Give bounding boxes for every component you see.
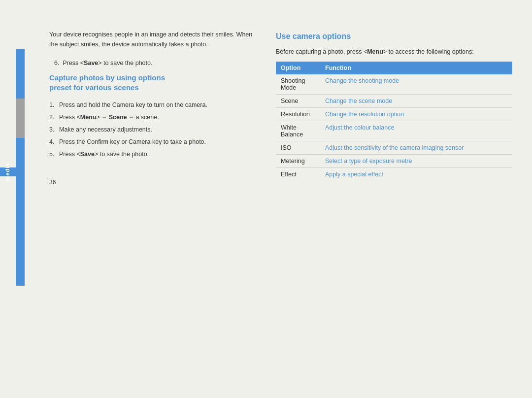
table-row: MeteringSelect a type of exposure metre <box>276 155 512 168</box>
function-cell: Adjust the colour balance <box>320 121 512 141</box>
header-option: Option <box>276 62 320 74</box>
main-content: Your device recognises people in an imag… <box>25 0 532 398</box>
table-row: SceneChange the scene mode <box>276 95 512 108</box>
sidebar-tab-media: media <box>0 167 25 176</box>
option-cell: Resolution <box>276 108 320 121</box>
table-row: EffectApply a special effect <box>276 168 512 181</box>
option-cell: Shooting Mode <box>276 74 320 95</box>
step-3: Make any necessary adjustments. <box>49 125 261 134</box>
section-heading: Capture photos by using options preset f… <box>49 73 261 92</box>
left-sidebar: media <box>0 0 25 398</box>
table-row: ISOAdjust the sensitivity of the camera … <box>276 141 512 155</box>
function-cell: Select a type of exposure metre <box>320 155 512 168</box>
page-number: 36 <box>49 179 261 186</box>
function-cell: Apply a special effect <box>320 168 512 181</box>
table-row: White BalanceAdjust the colour balance <box>276 121 512 141</box>
function-cell: Adjust the sensitivity of the camera ima… <box>320 141 512 155</box>
before-table-text: Before capturing a photo, press <Menu> t… <box>276 47 512 57</box>
step-4: Press the Confirm key or Camera key to t… <box>49 137 261 147</box>
header-function: Function <box>320 62 512 74</box>
table-row: ResolutionChange the resolution option <box>276 108 512 121</box>
function-cell: Change the resolution option <box>320 108 512 121</box>
step-5: Press <Save> to save the photo. <box>49 149 261 159</box>
sidebar-gray-bar <box>16 99 25 138</box>
option-cell: Metering <box>276 155 320 168</box>
step-1: Press and hold the Camera key to turn on… <box>49 100 261 110</box>
option-cell: Effect <box>276 168 320 181</box>
section-title: Use camera options <box>276 32 512 41</box>
option-cell: Scene <box>276 95 320 108</box>
intro-paragraph: Your device recognises people in an imag… <box>49 30 261 49</box>
table-header-row: Option Function <box>276 62 512 74</box>
steps-list: Press and hold the Camera key to turn on… <box>49 100 261 159</box>
option-cell: White Balance <box>276 121 320 141</box>
left-column: Your device recognises people in an imag… <box>34 30 261 378</box>
page-container: media Your device recognises people in a… <box>0 0 532 398</box>
function-cell: Change the scene mode <box>320 95 512 108</box>
options-table: Option Function Shooting ModeChange the … <box>276 62 512 181</box>
step-6-save: 6. Press <Save> to save the photo. <box>54 58 261 68</box>
right-column: Use camera options Before capturing a ph… <box>276 30 512 378</box>
function-cell: Change the shooting mode <box>320 74 512 95</box>
sidebar-tab-label: media <box>4 163 10 181</box>
table-row: Shooting ModeChange the shooting mode <box>276 74 512 95</box>
option-cell: ISO <box>276 141 320 155</box>
step-2: Press <Menu> → Scene → a scene. <box>49 112 261 122</box>
